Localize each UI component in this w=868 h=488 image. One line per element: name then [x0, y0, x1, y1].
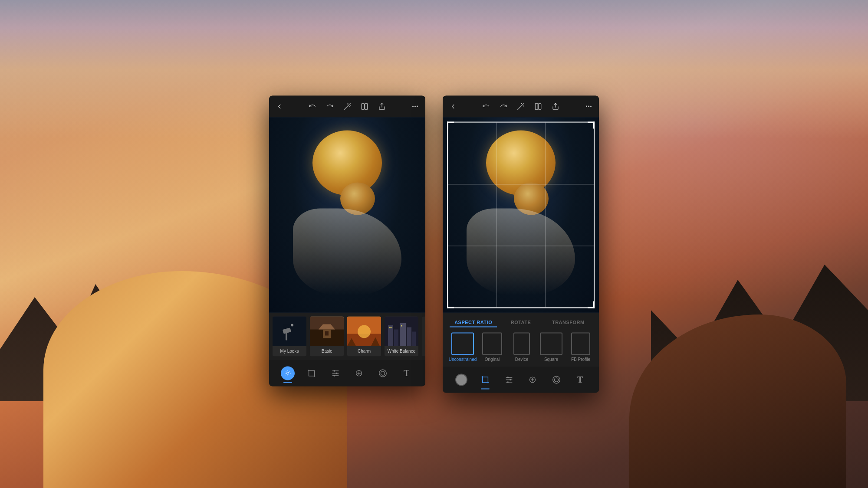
filter-basic[interactable]: Basic: [310, 316, 344, 356]
phone2-back-button[interactable]: [448, 101, 458, 111]
aspect-original[interactable]: Original: [479, 332, 505, 361]
svg-line-44: [521, 103, 522, 104]
svg-rect-29: [391, 327, 392, 328]
phone1-back-button[interactable]: [274, 101, 285, 111]
crop-corner-tl[interactable]: [447, 121, 454, 128]
basic-label: Basic: [310, 346, 344, 356]
svg-point-57: [553, 376, 560, 383]
phone2-magic-wand-icon[interactable]: [516, 101, 526, 111]
phone1-adjustments-tool[interactable]: [327, 364, 344, 382]
healing-icon: [354, 368, 364, 378]
toggle-icon: [455, 373, 467, 386]
original-label: Original: [485, 357, 500, 361]
phone1-more-icon[interactable]: [410, 101, 420, 111]
svg-point-37: [333, 375, 335, 377]
white-balance-thumbnail: [385, 316, 418, 346]
optics-icon: [378, 368, 388, 378]
filter-charm[interactable]: Charm: [347, 316, 381, 356]
aspect-unconstrained[interactable]: Unconstrained: [450, 332, 476, 361]
phone2-toggle-tool[interactable]: [453, 371, 470, 388]
svg-point-31: [287, 372, 289, 374]
fb-profile-label: FB Profile: [571, 357, 590, 361]
filter-my-looks[interactable]: My Looks: [273, 316, 306, 356]
adjustments-icon: [331, 368, 340, 378]
phone2-crop-icon: [480, 375, 490, 384]
svg-rect-28: [389, 327, 391, 328]
phone1-undo-button[interactable]: [307, 101, 318, 111]
aspect-options: Unconstrained Original Device Square: [450, 332, 592, 363]
svg-line-1: [349, 103, 350, 104]
phone2-adjustments-tool[interactable]: [500, 371, 518, 388]
phone1-share-icon[interactable]: [377, 101, 387, 111]
aspect-tabs: ASPECT RATIO ROTATE TRANSFORM: [450, 318, 592, 327]
phone2-topbar-right: [583, 101, 594, 111]
looks-icon: [281, 366, 295, 380]
basic-thumbnail: [310, 316, 344, 346]
svg-rect-46: [535, 103, 538, 109]
svg-line-41: [519, 104, 523, 109]
svg-point-39: [381, 371, 385, 375]
svg-rect-47: [539, 103, 541, 109]
phone1-healing-tool[interactable]: [350, 364, 368, 382]
crop-corner-br[interactable]: [588, 301, 595, 308]
svg-rect-25: [400, 323, 406, 346]
svg-rect-24: [394, 329, 398, 346]
phone1-topbar: [269, 95, 425, 117]
svg-point-56: [554, 377, 558, 381]
aspect-square[interactable]: Square: [538, 332, 564, 361]
svg-line-45: [523, 105, 524, 106]
square-label: Square: [544, 357, 558, 361]
phone2-redo-button[interactable]: [498, 101, 509, 111]
filter-extra[interactable]: [422, 316, 425, 356]
aspect-fb-profile[interactable]: FB Profile: [568, 332, 594, 361]
phone2-crop-tool[interactable]: [477, 371, 494, 388]
tab-aspect-ratio[interactable]: ASPECT RATIO: [450, 318, 497, 327]
svg-rect-23: [388, 325, 393, 346]
phone1-crop-tool[interactable]: [303, 364, 320, 382]
phone1-filters-panel: My Looks Basic: [269, 312, 425, 360]
svg-point-53: [510, 379, 511, 380]
filter-white-balance[interactable]: White Balance: [385, 316, 418, 356]
phone2-healing-tool[interactable]: [524, 371, 541, 388]
phone1-optics-tool[interactable]: [374, 364, 391, 382]
phone2-optics-icon: [552, 375, 561, 384]
svg-point-35: [333, 370, 335, 372]
svg-line-4: [349, 105, 350, 106]
tab-transform[interactable]: TRANSFORM: [545, 318, 592, 327]
phone2-text-icon: T: [577, 375, 583, 385]
charm-label: Charm: [347, 346, 381, 356]
fb-profile-box: [571, 332, 590, 355]
phone1-topbar-center: [307, 101, 387, 111]
svg-point-52: [507, 377, 509, 378]
tab-rotate[interactable]: ROTATE: [497, 318, 544, 327]
device-box: [513, 332, 530, 355]
phone1-text-tool[interactable]: T: [398, 364, 415, 382]
phone-2: ASPECT RATIO ROTATE TRANSFORM Unconstrai…: [443, 95, 599, 393]
phone1-split-view-icon[interactable]: [359, 101, 370, 111]
svg-line-43: [518, 108, 519, 109]
phone2-split-view-icon[interactable]: [533, 101, 543, 111]
crop-corner-tr[interactable]: [588, 121, 595, 128]
phone2-share-icon[interactable]: [550, 101, 561, 111]
svg-rect-16: [325, 331, 329, 335]
unconstrained-label: Unconstrained: [449, 357, 477, 361]
phone1-redo-button[interactable]: [325, 101, 335, 111]
crop-grid-overlay[interactable]: [447, 121, 595, 308]
phone1-looks-tool[interactable]: [279, 364, 296, 382]
phone2-undo-button[interactable]: [481, 101, 491, 111]
phone2-topbar-left: [448, 101, 458, 111]
crop-icon: [307, 368, 316, 378]
phone2-text-tool[interactable]: T: [572, 371, 589, 388]
phone2-more-icon[interactable]: [583, 101, 594, 111]
phone2-bottom-toolbar: T: [443, 367, 599, 393]
phone2-aspect-panel: ASPECT RATIO ROTATE TRANSFORM Unconstrai…: [443, 312, 599, 367]
phone1-magic-wand-icon[interactable]: [342, 101, 352, 111]
charm-thumbnail: [347, 316, 381, 346]
crop-corner-bl[interactable]: [447, 301, 454, 308]
white-balance-label: White Balance: [385, 346, 418, 356]
svg-point-36: [336, 372, 338, 374]
phone2-optics-tool[interactable]: [548, 371, 565, 388]
aspect-device[interactable]: Device: [509, 332, 535, 361]
phone1-topbar-left: [274, 101, 285, 111]
phone2-topbar-center: [481, 101, 561, 111]
